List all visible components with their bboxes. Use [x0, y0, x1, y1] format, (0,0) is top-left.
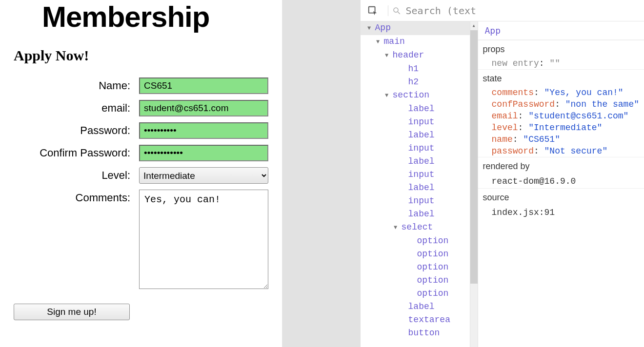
tree-node-label[interactable]: label — [361, 155, 478, 168]
state-entry[interactable]: comments: "Yes, you can!" — [478, 87, 644, 98]
level-label: Level: — [14, 167, 139, 182]
state-value: "Not secure" — [544, 146, 608, 156]
twisty-icon[interactable]: ▼ — [366, 22, 372, 35]
props-heading: props — [478, 40, 644, 58]
breadcrumb[interactable]: App — [478, 21, 644, 40]
tree-node-option[interactable]: option — [361, 274, 478, 287]
tree-node-label: option — [417, 249, 449, 259]
state-heading: state — [478, 69, 644, 87]
confirm-password-label: Confirm Password: — [14, 145, 139, 159]
tree-node-label: main — [384, 37, 405, 46]
comments-label: Comments: — [14, 190, 139, 204]
tree-node-input[interactable]: input — [361, 116, 478, 129]
tree-node-input[interactable]: input — [361, 168, 478, 181]
name-label: Name: — [14, 77, 139, 92]
tree-node-input[interactable]: input — [361, 142, 478, 155]
state-key: level — [492, 123, 518, 133]
tree-node-label[interactable]: label — [361, 181, 478, 194]
vertical-divider — [388, 5, 388, 16]
rendered-by-value[interactable]: react-dom@16.9.0 — [478, 174, 644, 188]
tree-node-label: label — [408, 209, 435, 219]
devtools-panel: Search (text ▼App▼main▼headerh1h2▼sectio… — [361, 0, 644, 347]
tree-node-h1[interactable]: h1 — [361, 62, 478, 76]
tree-node-label: option — [417, 289, 449, 298]
tree-node-header[interactable]: ▼header — [361, 49, 478, 62]
tree-node-input[interactable]: input — [361, 194, 478, 208]
tree-node-label: label — [408, 130, 435, 140]
submit-button[interactable]: Sign me up! — [14, 304, 130, 320]
svg-line-2 — [398, 12, 400, 14]
source-heading: source — [478, 188, 644, 206]
state-value: "student@cs651.com" — [528, 111, 628, 121]
tree-node-h2[interactable]: h2 — [361, 76, 478, 89]
tree-node-label[interactable]: label — [361, 300, 478, 313]
tree-node-label: label — [408, 302, 435, 311]
scrollbar-thumb[interactable] — [470, 30, 478, 284]
state-key: confPassword — [492, 99, 555, 109]
search-icon — [392, 6, 401, 15]
tree-node-main[interactable]: ▼main — [361, 35, 478, 49]
state-entry[interactable]: name: "CS651" — [478, 134, 644, 145]
tree-node-label: input — [408, 117, 435, 127]
password-input[interactable] — [139, 122, 268, 139]
tree-node-label: option — [417, 275, 449, 285]
email-input[interactable] — [139, 100, 268, 116]
tree-node-label: h2 — [408, 77, 419, 87]
devtools-header: Search (text — [361, 0, 644, 21]
tree-node-label: App — [375, 23, 391, 33]
component-details: App props new entry: "" state comments: … — [478, 21, 644, 347]
tree-node-label: select — [402, 222, 433, 232]
twisty-icon[interactable]: ▼ — [384, 49, 390, 62]
tree-node-label: option — [417, 262, 449, 272]
props-entry[interactable]: new entry: "" — [478, 58, 644, 69]
page-subtitle: Apply Now! — [14, 47, 268, 64]
state-entry[interactable]: email: "student@cs651.com" — [478, 110, 644, 122]
tree-node-label: header — [393, 50, 424, 60]
name-input[interactable] — [139, 77, 268, 94]
tree-node-option[interactable]: option — [361, 261, 478, 274]
level-select[interactable]: Intermediate — [139, 167, 268, 184]
page-title: Membership — [42, 0, 268, 34]
tree-node-select[interactable]: ▼select — [361, 221, 478, 234]
comments-textarea[interactable]: Yes, you can! — [139, 190, 268, 289]
prop-value: "" — [549, 58, 560, 68]
tree-node-option[interactable]: option — [361, 234, 478, 248]
tree-node-label: textarea — [408, 315, 450, 325]
scrollbar-track[interactable]: ▴ — [470, 21, 478, 347]
element-picker-icon[interactable] — [367, 5, 378, 16]
tree-node-label: label — [408, 156, 435, 166]
tree-node-option[interactable]: option — [361, 248, 478, 261]
tree-node-button[interactable]: button — [361, 327, 478, 340]
svg-point-1 — [394, 8, 398, 12]
rendered-by-heading: rendered by — [478, 157, 644, 174]
tree-node-label: input — [408, 143, 435, 153]
twisty-icon[interactable]: ▼ — [375, 36, 381, 49]
source-value[interactable]: index.jsx:91 — [478, 206, 644, 219]
state-value: "Intermediate" — [528, 123, 602, 133]
tree-node-label: h1 — [408, 64, 419, 74]
tree-node-label: label — [408, 104, 435, 114]
state-entry[interactable]: confPassword: "non the same" — [478, 98, 644, 110]
app-pane: Membership Apply Now! Name: email: Passw… — [0, 0, 283, 347]
tree-node-label[interactable]: label — [361, 129, 478, 142]
component-tree[interactable]: ▼App▼main▼headerh1h2▼sectionlabelinputla… — [361, 21, 478, 347]
tree-node-textarea[interactable]: textarea — [361, 313, 478, 327]
confirm-password-input[interactable] — [139, 145, 268, 161]
scrollbar-up-icon[interactable]: ▴ — [470, 21, 478, 30]
prop-key: new entry — [492, 58, 539, 68]
tree-node-option[interactable]: option — [361, 287, 478, 300]
email-label: email: — [14, 100, 139, 115]
tree-node-section[interactable]: ▼section — [361, 89, 478, 102]
tree-node-label: button — [408, 328, 440, 338]
tree-node-label: option — [417, 236, 449, 246]
state-entry[interactable]: level: "Intermediate" — [478, 122, 644, 134]
state-entry[interactable]: password: "Not secure" — [478, 145, 644, 157]
devtools-search[interactable]: Search (text — [392, 5, 637, 17]
tree-node-label[interactable]: label — [361, 208, 478, 221]
tree-node-label[interactable]: label — [361, 102, 478, 116]
tree-node-label: section — [393, 90, 430, 100]
tree-node-App[interactable]: ▼App — [361, 21, 478, 35]
state-key: email — [492, 111, 518, 121]
twisty-icon[interactable]: ▼ — [393, 221, 399, 234]
twisty-icon[interactable]: ▼ — [384, 89, 390, 102]
